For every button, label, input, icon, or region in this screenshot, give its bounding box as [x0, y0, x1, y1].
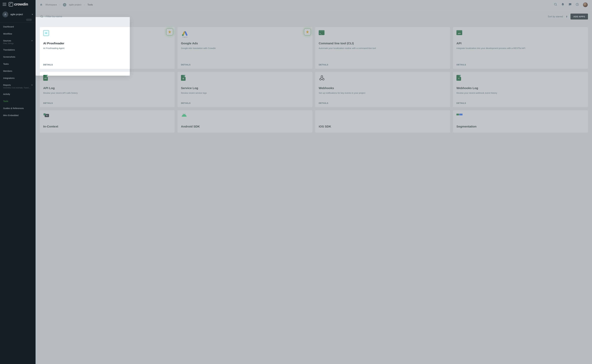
sidebar-item-activity[interactable]: Activity — [0, 91, 36, 98]
doc-service-icon: ◧ — [181, 75, 186, 81]
card-ios-sdk[interactable]: iOS SDK — [315, 110, 450, 133]
details-button[interactable]: DETAILS — [456, 102, 466, 104]
details-button[interactable]: DETAILS — [456, 63, 466, 66]
sidebar-item-label: Screenshots — [3, 56, 15, 58]
svg-point-2 — [182, 34, 184, 36]
details-button[interactable]: DETAILS — [181, 102, 191, 104]
card-desc: Review recent service logs — [181, 91, 309, 95]
sidebar-item-miro[interactable]: Miro Embedded — [0, 112, 36, 119]
breadcrumb-project-badge: A — [63, 3, 66, 6]
arrow-up-icon[interactable] — [565, 15, 568, 18]
sidebar-item-label: Sources — [3, 39, 11, 42]
sidebar-top: crowdin — [0, 0, 36, 8]
sidebar-item-tasks[interactable]: Tasks — [0, 60, 36, 67]
sidebar-item-label: Tasks — [3, 63, 9, 65]
card-service-log[interactable]: ◧ Service Log Review recent service logs… — [177, 72, 313, 107]
card-title: Android SDK — [181, 125, 309, 128]
sidebar-item-label: Guides & References — [3, 107, 24, 110]
sidebar-item-sub: Overview, Cost estimate, Transl… — [3, 87, 32, 89]
breadcrumb-workspace[interactable]: Workspace — [45, 3, 57, 6]
breadcrumb-project[interactable]: agile project — [69, 3, 81, 6]
svg-text:A: A — [46, 114, 47, 117]
card-webhooks-log[interactable]: ⟲ Webhooks Log Review your recent webhoo… — [453, 72, 588, 107]
sidebar-item-label: Dashboard — [3, 26, 14, 28]
card-title: API Log — [43, 86, 171, 90]
star-icon[interactable] — [166, 28, 173, 35]
sidebar-item-members[interactable]: Members — [0, 67, 36, 74]
webhook-icon — [319, 75, 447, 84]
tools-grid: AI Proofreader AI Proofreading Agent DET… — [40, 23, 588, 133]
search-input[interactable] — [46, 15, 89, 18]
sidebar-item-dashboard[interactable]: Dashboard — [0, 23, 36, 30]
add-apps-button[interactable]: ADD APPS — [571, 13, 588, 20]
card-title: Webhooks Log — [456, 86, 584, 90]
chat-icon[interactable] — [568, 3, 572, 7]
breadcrumb: Workspace › A agile project › Tools — [40, 3, 93, 6]
card-title: Segmentation — [456, 125, 584, 128]
sidebar-nav: Dashboard Workflow Sources› Files, Strin… — [0, 23, 36, 119]
svg-rect-8 — [44, 113, 46, 115]
card-desc: Google Ads translation with Crowdin — [181, 47, 309, 50]
svg-rect-1 — [184, 31, 188, 36]
sidebar-item-label: Tools — [3, 100, 8, 102]
card-webhooks[interactable]: Webhooks Set up notifications for key ev… — [315, 72, 450, 107]
card-cli[interactable]: Command line tool (CLI) Automate your lo… — [315, 27, 450, 69]
card-in-context[interactable]: A In-Context — [40, 110, 175, 133]
card-desc: Set up notifications for key events in y… — [319, 91, 447, 95]
card-android-sdk[interactable]: Android SDK — [177, 110, 313, 133]
sidebar-item-reports[interactable]: Reports› Overview, Cost estimate, Transl… — [0, 82, 36, 91]
in-context-icon: A — [43, 113, 171, 122]
apple-icon — [319, 113, 447, 122]
help-icon[interactable] — [576, 3, 579, 7]
sidebar-item-screenshots[interactable]: Screenshots — [0, 53, 36, 60]
project-switcher[interactable]: A agile project ▼ — [0, 9, 36, 20]
card-desc: Integrate localization into your develop… — [456, 47, 584, 50]
card-ai-proofreader[interactable]: AI Proofreader AI Proofreading Agent DET… — [40, 27, 175, 69]
app-root: crowdin A agile project ▼ Dashboard Work… — [0, 0, 592, 364]
sidebar-item-label: Miro Embedded — [3, 114, 19, 117]
project-badge: A — [2, 11, 8, 18]
menu-icon[interactable] — [3, 3, 6, 6]
bell-icon[interactable] — [561, 3, 565, 7]
chevron-right-icon: › — [84, 3, 85, 6]
card-title: Command line tool (CLI) — [319, 41, 447, 45]
card-segmentation[interactable]: / Segmentation — [453, 110, 588, 133]
home-icon[interactable] — [40, 3, 43, 6]
search-icon — [40, 15, 43, 18]
details-button[interactable]: DETAILS — [43, 102, 53, 104]
search-field[interactable] — [40, 15, 545, 18]
tools-toolbar: Sort by starred ADD APPS — [40, 12, 588, 23]
segmentation-icon: / — [456, 113, 584, 122]
sort-label[interactable]: Sort by starred — [548, 15, 563, 18]
search-icon[interactable] — [554, 3, 557, 7]
sidebar-item-integrations[interactable]: Integrations — [0, 74, 36, 82]
card-api-log[interactable]: API API Log Review your recent API calls… — [40, 72, 175, 107]
card-title: API — [456, 41, 584, 45]
brand-logo[interactable]: crowdin — [9, 2, 28, 6]
details-button[interactable]: DETAILS — [43, 63, 53, 66]
details-button[interactable]: DETAILS — [319, 102, 328, 104]
card-google-ads[interactable]: Google Ads Google Ads Google Ads transla… — [177, 27, 313, 69]
api-icon — [456, 30, 462, 35]
avatar[interactable] — [583, 2, 588, 7]
brand-name: crowdin — [14, 2, 28, 6]
star-icon[interactable] — [304, 28, 311, 35]
details-button[interactable]: DETAILS — [181, 63, 191, 66]
sidebar-item-workflow[interactable]: Workflow — [0, 30, 36, 37]
card-api[interactable]: API Integrate localization into your dev… — [453, 27, 588, 69]
svg-text:Google Ads: Google Ads — [182, 37, 188, 38]
sidebar-item-label: Reports — [3, 84, 11, 86]
sidebar-item-translations[interactable]: Translations — [0, 46, 36, 53]
svg-text:/: / — [461, 114, 461, 115]
sidebar-item-tools[interactable]: Tools — [0, 98, 36, 105]
chevron-right-icon: › — [60, 3, 60, 6]
google-ads-icon: Google Ads — [181, 30, 309, 39]
sidebar-item-label: Activity — [3, 93, 10, 95]
details-button[interactable]: DETAILS — [319, 63, 328, 66]
sidebar-item-guides[interactable]: Guides & References — [0, 105, 36, 112]
card-title: In-Context — [43, 125, 171, 128]
chevron-down-icon: ▼ — [32, 13, 33, 15]
card-desc: Review your recent webhook event history — [456, 91, 584, 95]
sidebar-item-sources[interactable]: Sources› Files, Strings — [0, 37, 36, 46]
sidebar-item-label: Members — [3, 70, 12, 72]
